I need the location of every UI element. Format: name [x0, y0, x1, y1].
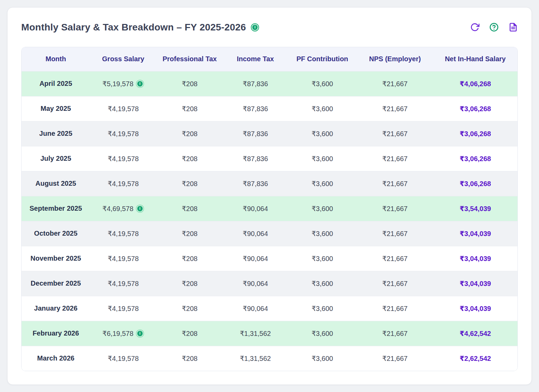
pf-contribution-cell: ₹3,600: [288, 321, 357, 346]
gross-salary-cell: ₹4,19,578: [90, 146, 156, 171]
income-tax-cell: ₹90,064: [223, 221, 288, 246]
table-row: October 2025 ₹4,19,578 ₹208 ₹90,064 ₹3,6…: [22, 221, 517, 246]
gross-salary-value: ₹4,19,578: [108, 130, 139, 138]
net-salary-cell: ₹3,04,039: [433, 221, 517, 246]
gross-salary-cell: ₹4,69,578 i: [90, 196, 156, 221]
gross-salary-value: ₹4,19,578: [108, 155, 139, 163]
net-salary-cell: ₹2,62,542: [433, 346, 517, 371]
income-tax-cell: ₹87,836: [223, 146, 288, 171]
professional-tax-cell: ₹208: [156, 196, 223, 221]
gross-salary-value: ₹4,19,578: [108, 180, 139, 188]
report-document-icon[interactable]: [509, 23, 518, 32]
card-header: Monthly Salary & Tax Breakdown – FY 2025…: [8, 8, 531, 47]
professional-tax-cell: ₹208: [156, 296, 223, 321]
month-cell: May 2025: [22, 96, 90, 121]
nps-employer-cell: ₹21,667: [357, 271, 433, 296]
salary-breakdown-card: Monthly Salary & Tax Breakdown – FY 2025…: [7, 7, 532, 385]
net-salary-cell: ₹3,06,268: [433, 146, 517, 171]
table-row: April 2025 ₹5,19,578 i ₹208 ₹87,836 ₹3,6…: [22, 71, 517, 96]
gross-salary-cell: ₹4,19,578: [90, 121, 156, 146]
net-salary-cell: ₹3,04,039: [433, 271, 517, 296]
info-icon-glyph: i: [137, 331, 143, 336]
table-row: March 2026 ₹4,19,578 ₹208 ₹1,31,562 ₹3,6…: [22, 346, 517, 371]
income-tax-cell: ₹90,064: [223, 196, 288, 221]
pf-contribution-cell: ₹3,600: [288, 346, 357, 371]
professional-tax-cell: ₹208: [156, 221, 223, 246]
pf-contribution-cell: ₹3,600: [288, 246, 357, 271]
income-tax-cell: ₹90,064: [223, 246, 288, 271]
column-header-pf-contribution: PF Contribution: [288, 47, 357, 71]
gross-salary-value: ₹4,69,578: [102, 205, 133, 213]
table-row: May 2025 ₹4,19,578 ₹208 ₹87,836 ₹3,600 ₹…: [22, 96, 517, 121]
month-cell: October 2025: [22, 221, 90, 246]
gross-salary-cell: ₹4,19,578: [90, 346, 156, 371]
column-header-net-in-hand-salary: Net In-Hand Salary: [433, 47, 517, 71]
income-tax-cell: ₹90,064: [223, 271, 288, 296]
title-wrap: Monthly Salary & Tax Breakdown – FY 2025…: [21, 22, 259, 33]
income-tax-cell: ₹1,31,562: [223, 321, 288, 346]
nps-employer-cell: ₹21,667: [357, 346, 433, 371]
help-icon[interactable]: [489, 23, 499, 32]
refresh-icon[interactable]: [470, 23, 479, 32]
net-salary-cell: ₹3,04,039: [433, 296, 517, 321]
income-tax-cell: ₹1,31,562: [223, 346, 288, 371]
net-salary-cell: ₹4,62,542: [433, 321, 517, 346]
info-icon-glyph: i: [137, 206, 143, 211]
nps-employer-cell: ₹21,667: [357, 71, 433, 96]
nps-employer-cell: ₹21,667: [357, 171, 433, 196]
table-row: November 2025 ₹4,19,578 ₹208 ₹90,064 ₹3,…: [22, 246, 517, 271]
month-cell: July 2025: [22, 146, 90, 171]
month-cell: August 2025: [22, 171, 90, 196]
nps-employer-cell: ₹21,667: [357, 96, 433, 121]
pf-contribution-cell: ₹3,600: [288, 121, 357, 146]
info-icon-glyph: i: [137, 81, 143, 87]
gross-salary-value: ₹4,19,578: [108, 230, 139, 238]
gross-salary-value: ₹6,19,578: [102, 329, 133, 338]
gross-salary-cell: ₹5,19,578 i: [90, 71, 156, 96]
professional-tax-cell: ₹208: [156, 96, 223, 121]
net-salary-cell: ₹3,04,039: [433, 246, 517, 271]
net-salary-cell: ₹3,06,268: [433, 121, 517, 146]
professional-tax-cell: ₹208: [156, 146, 223, 171]
table-row: February 2026 ₹6,19,578 i ₹208 ₹1,31,562…: [22, 321, 517, 346]
pf-contribution-cell: ₹3,600: [288, 171, 357, 196]
month-cell: June 2025: [22, 121, 90, 146]
month-cell: February 2026: [22, 321, 90, 346]
column-header-professional-tax: Professional Tax: [156, 47, 223, 71]
gross-salary-value: ₹4,19,578: [108, 105, 139, 113]
column-header-month: Month: [22, 47, 90, 71]
table-row: January 2026 ₹4,19,578 ₹208 ₹90,064 ₹3,6…: [22, 296, 517, 321]
nps-employer-cell: ₹21,667: [357, 196, 433, 221]
pf-contribution-cell: ₹3,600: [288, 221, 357, 246]
gross-info-icon[interactable]: i: [136, 329, 144, 338]
nps-employer-cell: ₹21,667: [357, 221, 433, 246]
gross-info-icon[interactable]: i: [136, 205, 144, 213]
professional-tax-cell: ₹208: [156, 121, 223, 146]
income-tax-cell: ₹87,836: [223, 96, 288, 121]
month-cell: March 2026: [22, 346, 90, 371]
gross-info-icon[interactable]: i: [136, 80, 144, 88]
professional-tax-cell: ₹208: [156, 171, 223, 196]
toolbar: [470, 23, 518, 32]
month-cell: January 2026: [22, 296, 90, 321]
net-salary-cell: ₹3,54,039: [433, 196, 517, 221]
column-header-nps-employer: NPS (Employer): [357, 47, 433, 71]
gross-salary-cell: ₹4,19,578: [90, 246, 156, 271]
nps-employer-cell: ₹21,667: [357, 296, 433, 321]
nps-employer-cell: ₹21,667: [357, 321, 433, 346]
month-cell: November 2025: [22, 246, 90, 271]
nps-employer-cell: ₹21,667: [357, 246, 433, 271]
gross-salary-cell: ₹4,19,578: [90, 96, 156, 121]
gross-salary-value: ₹4,19,578: [108, 304, 139, 313]
title-info-icon[interactable]: i: [251, 23, 259, 31]
month-cell: September 2025: [22, 196, 90, 221]
net-salary-cell: ₹3,06,268: [433, 96, 517, 121]
pf-contribution-cell: ₹3,600: [288, 146, 357, 171]
column-header-gross-salary: Gross Salary: [90, 47, 156, 71]
month-cell: April 2025: [22, 71, 90, 96]
pf-contribution-cell: ₹3,600: [288, 71, 357, 96]
net-salary-cell: ₹3,06,268: [433, 171, 517, 196]
income-tax-cell: ₹87,836: [223, 121, 288, 146]
nps-employer-cell: ₹21,667: [357, 146, 433, 171]
table-row: June 2025 ₹4,19,578 ₹208 ₹87,836 ₹3,600 …: [22, 121, 517, 146]
